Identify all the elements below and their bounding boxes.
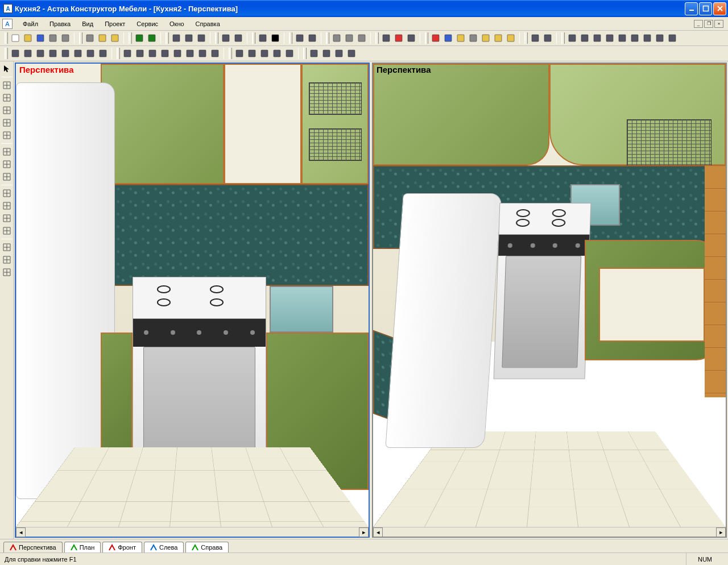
sheet-alt-icon[interactable] bbox=[306, 32, 318, 44]
scroll-left-icon[interactable]: ◂ bbox=[16, 527, 26, 537]
menu-item-0[interactable]: Файл bbox=[17, 19, 44, 29]
mdi-app-icon[interactable]: A bbox=[2, 19, 13, 29]
sheet-icon[interactable] bbox=[293, 32, 306, 44]
viewport-left-canvas[interactable] bbox=[16, 64, 369, 527]
layout4-icon[interactable] bbox=[603, 32, 616, 44]
obj-cyl-icon[interactable] bbox=[246, 47, 258, 60]
close-button[interactable] bbox=[713, 2, 726, 15]
cube6-icon[interactable] bbox=[492, 32, 504, 44]
curve-icon[interactable] bbox=[1, 117, 13, 129]
align1-icon[interactable] bbox=[121, 47, 134, 60]
align8-icon[interactable] bbox=[209, 47, 221, 60]
snap6-icon[interactable] bbox=[72, 47, 84, 60]
viewport-left-hscroll[interactable]: ◂ ▸ bbox=[16, 527, 369, 537]
page-icon[interactable] bbox=[1, 104, 13, 117]
view-tab-4[interactable]: Справа bbox=[185, 542, 229, 552]
obj-box-icon[interactable] bbox=[233, 47, 246, 60]
snap-v2-icon[interactable] bbox=[1, 158, 13, 171]
viewport-right-canvas[interactable] bbox=[373, 64, 726, 527]
cut-icon[interactable] bbox=[84, 32, 96, 44]
cube5-icon[interactable] bbox=[479, 32, 492, 44]
menu-item-1[interactable]: Правка bbox=[44, 19, 76, 29]
mdi-minimize-button[interactable]: _ bbox=[694, 20, 703, 28]
panel-icon[interactable] bbox=[529, 32, 541, 44]
layers-icon[interactable] bbox=[1, 266, 13, 279]
layout7-icon[interactable] bbox=[641, 32, 653, 44]
print-icon[interactable] bbox=[47, 32, 59, 44]
snap-v1-icon[interactable] bbox=[1, 146, 13, 158]
layout1-icon[interactable] bbox=[566, 32, 578, 44]
target-red-icon[interactable] bbox=[392, 32, 405, 44]
scissors-icon[interactable] bbox=[1, 129, 13, 142]
rotate-r-icon[interactable] bbox=[1, 200, 13, 212]
snap5-icon[interactable] bbox=[59, 47, 72, 60]
snap2-icon[interactable] bbox=[22, 47, 34, 60]
paste-icon[interactable] bbox=[109, 32, 121, 44]
rotate-l-icon[interactable] bbox=[1, 187, 13, 200]
mat1-icon[interactable] bbox=[308, 47, 320, 60]
sum-icon[interactable] bbox=[269, 32, 282, 44]
snap3-icon[interactable] bbox=[34, 47, 47, 60]
mdi-restore-button[interactable]: ❐ bbox=[704, 20, 713, 28]
view-tab-1[interactable]: План bbox=[64, 542, 101, 552]
save-icon[interactable] bbox=[34, 32, 47, 44]
layout5-icon[interactable] bbox=[616, 32, 628, 44]
zoom-fit-icon[interactable] bbox=[355, 32, 368, 44]
align3-icon[interactable] bbox=[146, 47, 159, 60]
layout6-icon[interactable] bbox=[628, 32, 641, 44]
target-box-icon[interactable] bbox=[405, 32, 417, 44]
layout3-icon[interactable] bbox=[591, 32, 603, 44]
new-file-icon[interactable] bbox=[9, 32, 22, 44]
cube2-icon[interactable] bbox=[442, 32, 454, 44]
layout9-icon[interactable] bbox=[666, 32, 679, 44]
snap-v3-icon[interactable] bbox=[1, 171, 13, 183]
cube4-icon[interactable] bbox=[467, 32, 479, 44]
align2-icon[interactable] bbox=[134, 47, 146, 60]
copy-icon[interactable] bbox=[96, 32, 109, 44]
view-tab-2[interactable]: Фронт bbox=[102, 542, 142, 552]
flag-blue-icon[interactable] bbox=[232, 32, 245, 44]
cube1-icon[interactable] bbox=[429, 32, 442, 44]
view-tab-0[interactable]: Перспектива bbox=[3, 542, 63, 552]
group-icon[interactable] bbox=[1, 241, 13, 254]
ungroup-icon[interactable] bbox=[1, 254, 13, 266]
table-icon[interactable] bbox=[170, 32, 183, 44]
scroll-left-icon[interactable]: ◂ bbox=[373, 527, 383, 537]
viewport-right[interactable]: Перспектива bbox=[372, 63, 727, 538]
menu-item-4[interactable]: Сервис bbox=[131, 19, 164, 29]
mat2-icon[interactable] bbox=[320, 47, 333, 60]
scroll-right-icon[interactable]: ▸ bbox=[359, 527, 369, 537]
pan-icon[interactable] bbox=[1, 79, 13, 92]
mat3-icon[interactable] bbox=[333, 47, 345, 60]
flag-red-icon[interactable] bbox=[220, 32, 232, 44]
mdi-close-button[interactable]: × bbox=[714, 20, 723, 28]
underline-icon[interactable] bbox=[195, 32, 208, 44]
menu-item-6[interactable]: Справка bbox=[190, 19, 226, 29]
align5-icon[interactable] bbox=[171, 47, 184, 60]
zoom-in-icon[interactable] bbox=[343, 32, 355, 44]
open-file-icon[interactable] bbox=[22, 32, 34, 44]
mirror-v-icon[interactable] bbox=[1, 225, 13, 237]
viewport-right-hscroll[interactable]: ◂ ▸ bbox=[373, 527, 726, 537]
snap4-icon[interactable] bbox=[47, 47, 59, 60]
menu-item-5[interactable]: Окно bbox=[164, 19, 190, 29]
viewport-left[interactable]: Перспектива bbox=[15, 63, 370, 538]
snap8-icon[interactable] bbox=[97, 47, 109, 60]
grid-icon[interactable] bbox=[183, 32, 195, 44]
obj-tri-icon[interactable] bbox=[271, 47, 283, 60]
redo-icon[interactable] bbox=[146, 32, 158, 44]
zoom-out-icon[interactable] bbox=[330, 32, 343, 44]
select-rect-icon[interactable] bbox=[1, 92, 13, 104]
maximize-button[interactable] bbox=[699, 2, 712, 15]
pointer-icon[interactable] bbox=[1, 63, 13, 75]
undo-icon[interactable] bbox=[133, 32, 146, 44]
view-tab-3[interactable]: Слева bbox=[144, 542, 184, 552]
snap7-icon[interactable] bbox=[84, 47, 97, 60]
hierarchy-icon[interactable] bbox=[257, 32, 269, 44]
cube7-icon[interactable] bbox=[504, 32, 517, 44]
mirror-h-icon[interactable] bbox=[1, 212, 13, 225]
align7-icon[interactable] bbox=[196, 47, 209, 60]
window-icon[interactable] bbox=[380, 32, 392, 44]
align4-icon[interactable] bbox=[159, 47, 171, 60]
scroll-right-icon[interactable]: ▸ bbox=[716, 527, 726, 537]
